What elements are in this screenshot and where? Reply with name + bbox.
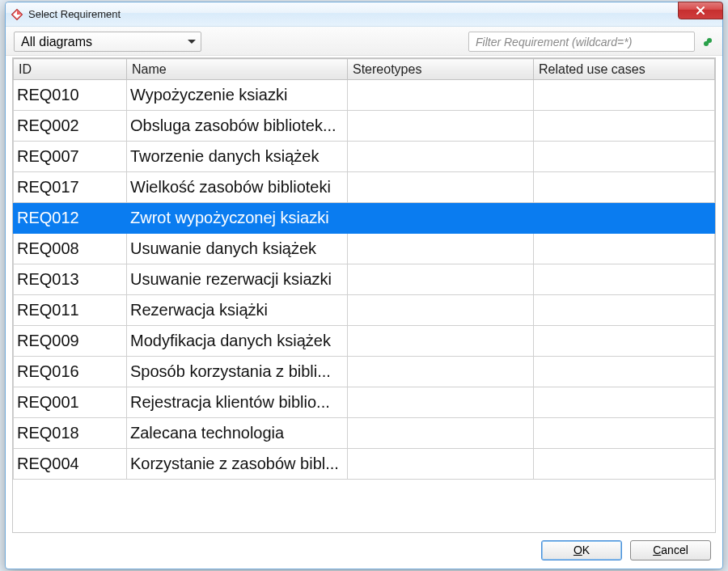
cell-id: REQ008 [14, 234, 127, 264]
cell-name: Rejestracja klientów biblio... [127, 387, 348, 418]
diagram-scope-combo[interactable]: All diagrams [14, 32, 201, 52]
cell-name: Usuwanie rezerwacji ksiazki [127, 264, 348, 295]
cell-stereotypes [348, 387, 534, 418]
ok-button[interactable]: OK [541, 540, 622, 560]
table-row[interactable]: REQ018Zalecana technologia [14, 418, 715, 449]
titlebar[interactable]: Select Requirement [6, 2, 722, 27]
cell-id: REQ011 [14, 295, 127, 326]
cell-stereotypes [348, 295, 534, 326]
cell-id: REQ010 [14, 80, 127, 111]
cell-id: REQ007 [14, 142, 127, 172]
cell-related [534, 172, 715, 203]
diagram-scope-value: All diagrams [21, 35, 92, 49]
requirement-table[interactable]: ID Name Stereotypes Related use cases RE… [12, 57, 716, 533]
cell-name: Zwrot wypożyczonej ksiazki [127, 203, 348, 234]
table-header-row: ID Name Stereotypes Related use cases [14, 59, 715, 80]
cell-related [534, 142, 715, 172]
cell-related [534, 449, 715, 480]
app-icon [11, 8, 23, 21]
button-bar: OK Cancel [6, 536, 722, 569]
cell-related [534, 234, 715, 264]
col-name[interactable]: Name [127, 59, 348, 80]
cell-related [534, 326, 715, 357]
cell-stereotypes [348, 80, 534, 111]
cell-name: Sposób korzystania z bibli... [127, 357, 348, 387]
cell-stereotypes [348, 234, 534, 264]
col-id[interactable]: ID [14, 59, 127, 80]
cell-stereotypes [348, 418, 534, 449]
cancel-button[interactable]: Cancel [630, 540, 711, 560]
select-requirement-dialog: Select Requirement All diagrams ID Name … [5, 2, 723, 569]
table-row[interactable]: REQ010Wypożyczenie ksiazki [14, 80, 715, 111]
dialog-title: Select Requirement [28, 8, 121, 20]
col-stereotypes[interactable]: Stereotypes [348, 59, 534, 80]
cell-related [534, 387, 715, 418]
cell-name: Wypożyczenie ksiazki [127, 80, 348, 111]
table-row[interactable]: REQ017Wielkość zasobów biblioteki [14, 172, 715, 203]
cell-stereotypes [348, 326, 534, 357]
table-row[interactable]: REQ009Modyfikacja danych książek [14, 326, 715, 357]
toolbar: All diagrams [6, 27, 722, 56]
cell-id: REQ009 [14, 326, 127, 357]
cell-id: REQ004 [14, 449, 127, 480]
table-row[interactable]: REQ002Obsluga zasobów bibliotek... [14, 111, 715, 142]
table-row[interactable]: REQ011Rezerwacja książki [14, 295, 715, 326]
cell-related [534, 295, 715, 326]
chevron-down-icon [188, 40, 196, 44]
cell-id: REQ018 [14, 418, 127, 449]
cell-name: Rezerwacja książki [127, 295, 348, 326]
cell-related [534, 264, 715, 295]
cell-related [534, 111, 715, 142]
cell-id: REQ002 [14, 111, 127, 142]
cell-stereotypes [348, 203, 534, 234]
cell-id: REQ001 [14, 387, 127, 418]
cell-stereotypes [348, 357, 534, 387]
table-row[interactable]: REQ004Korzystanie z zasobów bibl... [14, 449, 715, 480]
cell-name: Korzystanie z zasobów bibl... [127, 449, 348, 480]
filter-input[interactable] [468, 32, 695, 52]
table-row[interactable]: REQ001Rejestracja klientów biblio... [14, 387, 715, 418]
cell-related [534, 418, 715, 449]
cell-name: Zalecana technologia [127, 418, 348, 449]
cell-id: REQ017 [14, 172, 127, 203]
cell-related [534, 80, 715, 111]
cell-name: Usuwanie danych książek [127, 234, 348, 264]
cell-name: Wielkość zasobów biblioteki [127, 172, 348, 203]
cell-name: Obsluga zasobów bibliotek... [127, 111, 348, 142]
cell-stereotypes [348, 142, 534, 172]
table-row[interactable]: REQ016Sposób korzystania z bibli... [14, 357, 715, 387]
table-row[interactable]: REQ007Tworzenie danych książek [14, 142, 715, 172]
cell-related [534, 203, 715, 234]
cell-stereotypes [348, 449, 534, 480]
table-row[interactable]: REQ012Zwrot wypożyczonej ksiazki [14, 203, 715, 234]
table-row[interactable]: REQ013Usuwanie rezerwacji ksiazki [14, 264, 715, 295]
cell-name: Tworzenie danych książek [127, 142, 348, 172]
cell-stereotypes [348, 111, 534, 142]
cell-stereotypes [348, 264, 534, 295]
close-button[interactable] [678, 2, 723, 19]
table-row[interactable]: REQ008Usuwanie danych książek [14, 234, 715, 264]
col-related[interactable]: Related use cases [534, 59, 715, 80]
cell-name: Modyfikacja danych książek [127, 326, 348, 357]
cell-related [534, 357, 715, 387]
cell-id: REQ012 [14, 203, 127, 234]
cell-stereotypes [348, 172, 534, 203]
cell-id: REQ013 [14, 264, 127, 295]
close-icon [696, 6, 705, 15]
link-icon[interactable] [701, 36, 714, 49]
cell-id: REQ016 [14, 357, 127, 387]
